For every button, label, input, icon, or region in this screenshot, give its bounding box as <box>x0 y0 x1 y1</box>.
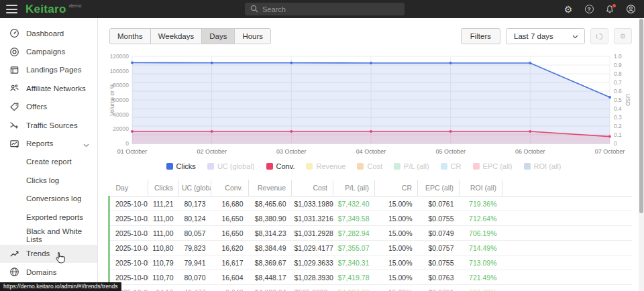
column-header-cr[interactable]: CR <box>375 180 418 196</box>
legend-item-conv[interactable]: Conv. <box>266 162 295 170</box>
legend-item-cr[interactable]: CR <box>441 162 462 170</box>
date-range-select[interactable]: Last 7 days <box>506 28 585 44</box>
cell-cost: $1,029.3633 <box>292 255 333 270</box>
cell-cost: $1,033.1989 <box>292 196 333 211</box>
top-bar: Keitaro demo ⚙ ? <box>0 0 644 18</box>
search-box[interactable] <box>245 3 405 15</box>
sidebar-item-conversions-log[interactable]: Conversions log <box>0 190 97 208</box>
column-header-epc-all[interactable]: EPC (all) <box>418 180 460 196</box>
table-row[interactable]: 2025-10-02111,0080,12416,650$8,380.90$1,… <box>109 211 633 226</box>
cell-revenue: $8,380.90 <box>249 211 292 226</box>
svg-text:100000: 100000 <box>110 68 129 74</box>
sidebar-item-exported-reports[interactable]: Exported reports <box>0 208 97 226</box>
cell-conv: 16,617 <box>211 255 249 270</box>
cell-epc-all: $0.0749 <box>418 226 460 241</box>
sidebar-item-campaigns[interactable]: Campaigns <box>0 42 97 60</box>
table-row[interactable]: 2025-10-04110,8079,82316,620$8,384.49$1,… <box>109 241 633 255</box>
legend-swatch <box>473 163 480 170</box>
table-row[interactable]: 2025-10-05110,7979,94116,617$8,369.67$1,… <box>109 255 633 270</box>
sidebar-item-create-report[interactable]: Create report <box>0 153 97 171</box>
table-row[interactable]: 2025-10-0764,1946,4779,648$4,883.04$595.… <box>109 285 633 291</box>
gear-icon: ⚙ <box>620 33 627 40</box>
settings-gear-icon[interactable]: ⚙ <box>563 4 574 15</box>
sidebar-item-offers[interactable]: Offers <box>0 98 97 116</box>
legend-label: Cost <box>367 162 382 170</box>
cell-clicks: 111,21 <box>148 196 179 211</box>
column-header-clicks[interactable]: Clicks <box>148 180 179 196</box>
sidebar-item-dashboard[interactable]: Dashboard <box>0 24 97 42</box>
cell-uc-global: 79,941 <box>179 255 211 270</box>
cell-epc-all: $0.0755 <box>418 255 460 270</box>
svg-text:1.0: 1.0 <box>614 53 622 60</box>
table-row[interactable]: 2025-10-03111,0080,05716,650$8,314.23$1,… <box>109 226 633 241</box>
cell-uc-global: 80,070 <box>179 270 211 285</box>
tab-days[interactable]: Days <box>202 29 235 44</box>
svg-text:02 October: 02 October <box>197 148 227 155</box>
cell-epc-all: $0.0763 <box>418 270 460 285</box>
legend-item-roi-all[interactable]: ROI (all) <box>524 162 561 170</box>
sidebar-item-black-and-white-lists[interactable]: Black and White Lists <box>0 226 97 244</box>
sidebar-item-trends[interactable]: Trends <box>0 245 97 263</box>
cell-roi-all: 721.49% <box>460 270 502 285</box>
sidebar-item-reports[interactable]: Reports <box>0 134 97 152</box>
brand-demo-badge: demo <box>69 3 82 9</box>
cell-day: 2025-10-02 <box>109 211 148 226</box>
cell-conv: 16,650 <box>211 211 249 226</box>
legend-item-p-l-all[interactable]: P/L (all) <box>394 162 429 170</box>
sidebar-item-label: Domains <box>26 268 56 276</box>
sidebar-item-domains[interactable]: Domains <box>0 263 97 281</box>
profile-avatar-icon[interactable] <box>625 4 636 15</box>
column-header-uc-global[interactable]: UC (global) <box>179 180 211 196</box>
scrollbar-thumb[interactable] <box>639 19 643 213</box>
report-icon <box>9 139 19 149</box>
sidebar-item-label: Campaigns <box>26 48 65 56</box>
legend-item-clicks[interactable]: Clicks <box>166 162 196 170</box>
legend-swatch <box>266 163 273 170</box>
column-header-roi-all[interactable]: ROI (all) <box>460 180 502 196</box>
cell-uc-global: 79,823 <box>179 241 211 255</box>
table-row[interactable]: 2025-10-06110,7080,07016,604$8,448.17$1,… <box>109 270 633 285</box>
cell-cost: $1,028.3930 <box>292 270 333 285</box>
legend-item-revenue[interactable]: Revenue <box>306 162 345 170</box>
legend-item-uc-global[interactable]: UC (global) <box>207 162 255 170</box>
tab-hours[interactable]: Hours <box>235 29 270 44</box>
svg-text:03 October: 03 October <box>276 148 307 155</box>
cell-cr: 15.00% <box>375 196 418 211</box>
column-header-cost[interactable]: Cost <box>292 180 333 196</box>
sidebar-item-clicks-log[interactable]: Clicks log <box>0 171 97 189</box>
svg-text:05 October: 05 October <box>435 148 466 155</box>
search-input[interactable] <box>262 5 383 13</box>
legend-item-cost[interactable]: Cost <box>357 162 382 170</box>
chart-settings-button[interactable]: ⚙ <box>614 28 632 44</box>
sidebar-item-label: Reports <box>26 139 53 148</box>
cell-revenue: $8,465.60 <box>249 196 292 211</box>
brand-logo[interactable]: Keitaro <box>25 0 66 18</box>
svg-text:06 October: 06 October <box>515 148 545 155</box>
cell-filler <box>502 196 633 211</box>
hamburger-menu-icon[interactable] <box>6 5 17 13</box>
sidebar-item-traffic-sources[interactable]: Traffic Sources <box>0 116 97 134</box>
legend-swatch <box>524 163 531 170</box>
column-header-day[interactable]: Day <box>109 180 148 196</box>
cell-p-l-all: $7,340.31 <box>333 255 375 270</box>
tab-months[interactable]: Months <box>110 29 151 44</box>
cell-day: 2025-10-05 <box>109 255 148 270</box>
cell-roi-all: 714.49% <box>460 241 502 255</box>
filters-button[interactable]: Filters <box>461 28 500 44</box>
column-header-revenue[interactable]: Revenue <box>249 180 292 196</box>
refresh-button[interactable] <box>590 28 608 44</box>
legend-item-epc-all[interactable]: EPC (all) <box>473 162 513 170</box>
notifications-bell-icon[interactable] <box>604 4 615 15</box>
column-header-conv[interactable]: Conv. <box>211 180 249 196</box>
sidebar-item-affiliate-networks[interactable]: Affiliate Networks <box>0 79 97 97</box>
cell-p-l-all: $7,349.58 <box>333 211 375 226</box>
table-row[interactable]: 2025-10-01111,2180,17316,680$8,465.60$1,… <box>109 196 633 211</box>
help-icon[interactable]: ? <box>584 4 594 15</box>
tab-weekdays[interactable]: Weekdays <box>151 29 202 44</box>
cell-cr: 15.00% <box>375 226 418 241</box>
date-range-value: Last 7 days <box>514 32 553 40</box>
sidebar-item-landings-pages[interactable]: Landings Pages <box>0 61 97 79</box>
cell-epc-all: $0.0757 <box>418 241 460 255</box>
column-header-p-l-all[interactable]: P/L (all) <box>333 180 375 196</box>
tag-icon <box>9 102 19 112</box>
